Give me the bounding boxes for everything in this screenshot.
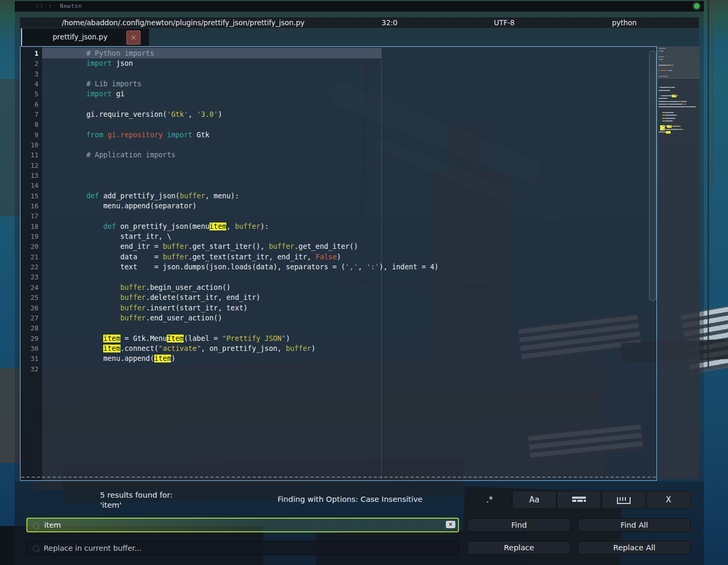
code-line[interactable]: buffer.insert(start_itr, text) [86, 303, 247, 313]
line-number: 22 [21, 262, 38, 272]
selection-search-toggle-button[interactable] [557, 491, 601, 509]
minimap-line [659, 106, 686, 107]
minimap-line [680, 126, 681, 127]
code-line[interactable]: buffer.delete(start_itr, end_itr) [86, 292, 261, 302]
wallpaper-rigging-line [707, 0, 709, 368]
line-number: 3 [21, 69, 38, 79]
minimap-line [685, 104, 686, 105]
clear-search-icon[interactable]: × [446, 521, 455, 528]
line-number-gutter: 1234567891011121314151617181920212223242… [21, 47, 42, 480]
line-number: 18 [21, 221, 38, 231]
line-number: 20 [21, 241, 38, 251]
minimap-line [659, 65, 667, 66]
replace-button[interactable]: Replace [467, 541, 571, 554]
code-line[interactable]: def on_prettify_json(menuitem, buffer): [86, 221, 269, 231]
encoding: UTF-8 [494, 18, 514, 27]
code-line[interactable]: def add_prettify_json(buffer, menu): [86, 191, 239, 201]
minimap-viewport[interactable] [657, 46, 700, 78]
minimap-line [665, 120, 673, 122]
whole-word-toggle-button[interactable] [602, 491, 646, 509]
line-number: 4 [21, 79, 38, 89]
minimap-line [659, 132, 666, 133]
results-query: 'item' [100, 500, 173, 510]
code-line[interactable]: buffer.end_user_action() [86, 313, 222, 323]
tab-close-button[interactable]: × [126, 31, 141, 45]
tab-prettify-json[interactable]: prettify_json.py × [21, 28, 149, 46]
line-number: 25 [21, 292, 38, 302]
minimap-line [671, 87, 675, 88]
find-all-button[interactable]: Find All [578, 518, 691, 532]
line-number: 29 [21, 334, 38, 344]
search-input[interactable] [26, 518, 459, 532]
language-mode: python [612, 18, 636, 27]
editor-bottom-dashed-line [21, 477, 656, 478]
line-number: 17 [21, 211, 38, 221]
close-search-panel-button[interactable]: X [646, 491, 691, 509]
titlebar[interactable]: :: :· .. Newton [15, 1, 704, 12]
minimap-line [659, 56, 664, 57]
search-match-highlight: item [103, 345, 120, 352]
minimap[interactable] [657, 46, 700, 479]
code-line[interactable]: # Lib imports [86, 79, 142, 89]
minimap-line [673, 126, 679, 127]
minimap-line [669, 101, 677, 102]
line-number: 9 [21, 130, 38, 140]
line-number: 31 [21, 354, 38, 364]
wallpaper-rigging-line-2 [712, 0, 713, 189]
replace-input[interactable] [26, 541, 459, 555]
code-line[interactable]: # Python imports [86, 48, 154, 58]
regex-toggle-button[interactable]: .* [467, 491, 512, 509]
code-line[interactable]: start_itr, \ [86, 231, 171, 241]
line-number: 15 [21, 191, 38, 201]
minimap-line [677, 95, 678, 96]
minimap-line [659, 90, 670, 91]
code-line[interactable]: text = json.dumps(json.loads(data), sepa… [86, 262, 438, 272]
tab-label: prettify_json.py [53, 33, 107, 41]
code-line[interactable]: data = buffer.get_text(start_itr, end_it… [86, 252, 341, 262]
minimap-line [659, 101, 666, 102]
vertical-scrollbar[interactable] [649, 51, 656, 301]
line-number: 21 [21, 252, 38, 262]
file-path: /home/abaddon/.config/newton/plugins/pre… [62, 18, 304, 27]
code-line[interactable]: menu.append(separator) [86, 201, 197, 211]
window-title: Newton [60, 3, 82, 9]
minimap-line [659, 104, 666, 105]
minimap-line [659, 48, 666, 49]
line-number: 11 [21, 150, 38, 160]
case-sensitivity-toggle-button[interactable]: Aa [512, 491, 556, 509]
line-number: 6 [21, 99, 38, 109]
code-line[interactable]: gi.require_version('Gtk', '3.0') [86, 109, 222, 119]
code-line[interactable]: from gi.repository import Gtk [86, 130, 210, 140]
window-status-dot-icon[interactable] [694, 3, 700, 9]
search-options-text: Finding with Options: Case Insensitive [277, 495, 423, 503]
code-line[interactable]: menu.append(item) [86, 354, 175, 364]
line-number: 23 [21, 272, 38, 282]
code-line[interactable]: import gi [86, 89, 125, 99]
line-number: 24 [21, 282, 38, 292]
line-number: 8 [21, 119, 38, 129]
replace-all-button[interactable]: Replace All [578, 541, 691, 554]
minimap-line [660, 87, 669, 88]
search-results-text: 5 results found for: 'item' [100, 490, 173, 510]
line-number: 26 [21, 303, 38, 313]
minimap-line [667, 132, 669, 133]
code-line[interactable]: import json [86, 58, 133, 68]
line-number: 5 [21, 89, 38, 99]
minimap-line [678, 101, 681, 102]
code-line[interactable]: end_itr = buffer.get_start_iter(), buffe… [86, 241, 358, 251]
find-button[interactable]: Find [467, 518, 571, 532]
code-line[interactable]: buffer.begin_user_action() [86, 282, 231, 292]
minimap-line [661, 59, 663, 60]
minimap-line [666, 129, 670, 130]
code-line[interactable]: # Application imports [86, 150, 175, 160]
minimap-line [662, 95, 672, 96]
search-match-highlight: item [103, 335, 120, 342]
results-count: 5 results found for: [100, 490, 173, 500]
search-match-highlight: Item [167, 335, 184, 342]
minimap-line [669, 104, 683, 105]
minimap-line [682, 129, 683, 130]
minimap-line [662, 129, 666, 130]
code-line[interactable]: item = Gtk.MenuItem(label = "Prettify JS… [86, 334, 290, 344]
code-line[interactable]: item.connect("activate", on_prettify_jso… [86, 344, 315, 354]
minimap-line [671, 129, 680, 130]
